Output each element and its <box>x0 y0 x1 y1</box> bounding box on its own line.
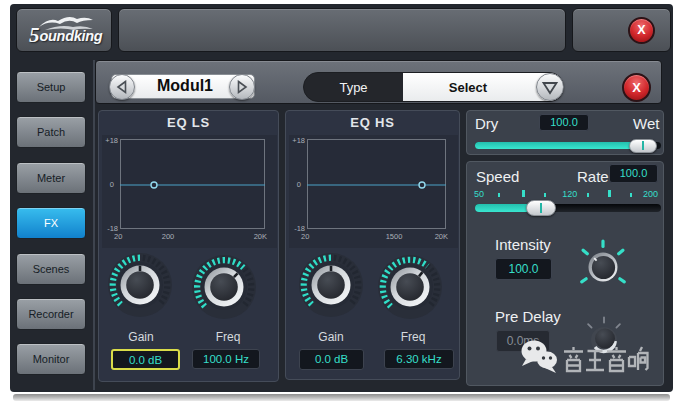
svg-text:5: 5 <box>29 23 40 47</box>
svg-text:oundking: oundking <box>40 28 103 44</box>
